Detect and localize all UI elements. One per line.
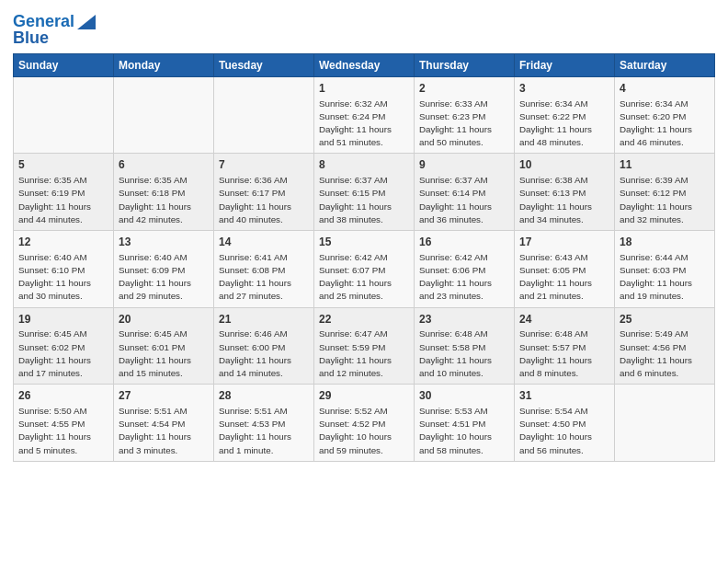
day-info: Sunrise: 5:51 AM Sunset: 4:54 PM Dayligh… [119, 405, 209, 457]
calendar-cell: 22Sunrise: 6:47 AM Sunset: 5:59 PM Dayli… [314, 307, 415, 385]
day-number: 5 [18, 157, 108, 173]
calendar-cell: 31Sunrise: 5:54 AM Sunset: 4:50 PM Dayli… [515, 385, 615, 462]
calendar-cell: 9Sunrise: 6:37 AM Sunset: 6:14 PM Daylig… [415, 154, 515, 231]
day-number: 12 [18, 235, 108, 250]
calendar-cell: 13Sunrise: 6:40 AM Sunset: 6:09 PM Dayli… [114, 231, 214, 308]
weekday-header: Saturday [615, 53, 715, 76]
calendar-cell: 11Sunrise: 6:39 AM Sunset: 6:12 PM Dayli… [615, 154, 715, 231]
calendar-cell: 5Sunrise: 6:35 AM Sunset: 6:19 PM Daylig… [14, 154, 114, 231]
day-info: Sunrise: 6:43 AM Sunset: 6:05 PM Dayligh… [519, 251, 609, 304]
calendar-cell: 16Sunrise: 6:42 AM Sunset: 6:06 PM Dayli… [415, 231, 515, 308]
calendar-cell: 3Sunrise: 6:34 AM Sunset: 6:22 PM Daylig… [515, 76, 615, 154]
day-number: 14 [219, 235, 309, 250]
day-number: 18 [620, 235, 710, 250]
calendar-cell [14, 76, 114, 154]
calendar-row: 1Sunrise: 6:32 AM Sunset: 6:24 PM Daylig… [14, 76, 715, 154]
calendar-cell: 20Sunrise: 6:45 AM Sunset: 6:01 PM Dayli… [114, 307, 214, 385]
day-info: Sunrise: 5:51 AM Sunset: 4:53 PM Dayligh… [219, 405, 309, 457]
day-number: 31 [519, 388, 609, 404]
calendar-header: SundayMondayTuesdayWednesdayThursdayFrid… [14, 53, 715, 76]
calendar-cell: 29Sunrise: 5:52 AM Sunset: 4:52 PM Dayli… [314, 385, 415, 462]
calendar-cell: 21Sunrise: 6:46 AM Sunset: 6:00 PM Dayli… [214, 307, 314, 385]
weekday-header: Friday [515, 53, 615, 76]
calendar-cell [214, 76, 314, 154]
day-info: Sunrise: 6:38 AM Sunset: 6:13 PM Dayligh… [519, 174, 609, 226]
day-number: 8 [319, 157, 409, 173]
logo-icon [75, 11, 96, 31]
calendar-cell: 15Sunrise: 6:42 AM Sunset: 6:07 PM Dayli… [314, 231, 415, 308]
day-number: 3 [519, 81, 609, 97]
day-info: Sunrise: 6:37 AM Sunset: 6:14 PM Dayligh… [419, 174, 509, 226]
day-number: 25 [620, 312, 710, 327]
day-number: 4 [620, 81, 710, 97]
day-info: Sunrise: 6:48 AM Sunset: 5:57 PM Dayligh… [519, 327, 609, 380]
day-info: Sunrise: 6:44 AM Sunset: 6:03 PM Dayligh… [620, 251, 710, 304]
calendar-cell: 23Sunrise: 6:48 AM Sunset: 5:58 PM Dayli… [415, 307, 515, 385]
calendar-cell: 24Sunrise: 6:48 AM Sunset: 5:57 PM Dayli… [515, 307, 615, 385]
calendar-cell: 26Sunrise: 5:50 AM Sunset: 4:55 PM Dayli… [14, 385, 114, 462]
calendar-cell: 8Sunrise: 6:37 AM Sunset: 6:15 PM Daylig… [314, 154, 415, 231]
day-number: 17 [519, 235, 609, 250]
day-info: Sunrise: 6:34 AM Sunset: 6:22 PM Dayligh… [519, 98, 609, 150]
day-number: 28 [219, 388, 309, 404]
day-info: Sunrise: 5:50 AM Sunset: 4:55 PM Dayligh… [18, 405, 108, 457]
day-number: 20 [119, 312, 209, 327]
calendar-row: 5Sunrise: 6:35 AM Sunset: 6:19 PM Daylig… [14, 154, 715, 231]
day-number: 15 [319, 235, 409, 250]
weekday-header: Wednesday [314, 53, 415, 76]
day-info: Sunrise: 5:49 AM Sunset: 4:56 PM Dayligh… [620, 327, 710, 380]
day-info: Sunrise: 6:42 AM Sunset: 6:06 PM Dayligh… [419, 251, 509, 304]
day-info: Sunrise: 6:42 AM Sunset: 6:07 PM Dayligh… [319, 251, 409, 304]
day-number: 9 [419, 157, 509, 173]
day-number: 2 [419, 81, 509, 97]
day-number: 22 [319, 312, 409, 327]
day-number: 10 [519, 157, 609, 173]
calendar-cell: 28Sunrise: 5:51 AM Sunset: 4:53 PM Dayli… [214, 385, 314, 462]
day-info: Sunrise: 6:37 AM Sunset: 6:15 PM Dayligh… [319, 174, 409, 226]
calendar-row: 26Sunrise: 5:50 AM Sunset: 4:55 PM Dayli… [14, 385, 715, 462]
calendar-cell: 14Sunrise: 6:41 AM Sunset: 6:08 PM Dayli… [214, 231, 314, 308]
day-number: 11 [620, 157, 710, 173]
calendar-cell: 25Sunrise: 5:49 AM Sunset: 4:56 PM Dayli… [615, 307, 715, 385]
day-info: Sunrise: 6:47 AM Sunset: 5:59 PM Dayligh… [319, 327, 409, 380]
weekday-header: Monday [114, 53, 214, 76]
day-number: 29 [319, 388, 409, 404]
calendar-cell [114, 76, 214, 154]
day-info: Sunrise: 6:45 AM Sunset: 6:01 PM Dayligh… [119, 327, 209, 380]
day-info: Sunrise: 6:45 AM Sunset: 6:02 PM Dayligh… [18, 327, 108, 380]
calendar-cell: 10Sunrise: 6:38 AM Sunset: 6:13 PM Dayli… [515, 154, 615, 231]
svg-marker-0 [77, 15, 96, 29]
day-info: Sunrise: 5:52 AM Sunset: 4:52 PM Dayligh… [319, 405, 409, 457]
day-info: Sunrise: 6:41 AM Sunset: 6:08 PM Dayligh… [219, 251, 309, 304]
day-info: Sunrise: 6:36 AM Sunset: 6:17 PM Dayligh… [219, 174, 309, 226]
calendar-cell: 19Sunrise: 6:45 AM Sunset: 6:02 PM Dayli… [14, 307, 114, 385]
day-number: 30 [419, 388, 509, 404]
calendar-cell: 2Sunrise: 6:33 AM Sunset: 6:23 PM Daylig… [415, 76, 515, 154]
calendar-row: 19Sunrise: 6:45 AM Sunset: 6:02 PM Dayli… [14, 307, 715, 385]
calendar-cell: 27Sunrise: 5:51 AM Sunset: 4:54 PM Dayli… [114, 385, 214, 462]
day-number: 19 [18, 312, 108, 327]
day-info: Sunrise: 6:39 AM Sunset: 6:12 PM Dayligh… [620, 174, 710, 226]
calendar-cell: 4Sunrise: 6:34 AM Sunset: 6:20 PM Daylig… [615, 76, 715, 154]
day-number: 26 [18, 388, 108, 404]
day-info: Sunrise: 6:33 AM Sunset: 6:23 PM Dayligh… [419, 98, 509, 150]
day-info: Sunrise: 6:40 AM Sunset: 6:09 PM Dayligh… [119, 251, 209, 304]
day-info: Sunrise: 5:54 AM Sunset: 4:50 PM Dayligh… [519, 405, 609, 457]
calendar: SundayMondayTuesdayWednesdayThursdayFrid… [13, 53, 715, 462]
weekday-header: Tuesday [214, 53, 314, 76]
calendar-cell: 1Sunrise: 6:32 AM Sunset: 6:24 PM Daylig… [314, 76, 415, 154]
calendar-cell: 12Sunrise: 6:40 AM Sunset: 6:10 PM Dayli… [14, 231, 114, 308]
day-info: Sunrise: 6:32 AM Sunset: 6:24 PM Dayligh… [319, 98, 409, 150]
day-number: 23 [419, 312, 509, 327]
calendar-cell: 17Sunrise: 6:43 AM Sunset: 6:05 PM Dayli… [515, 231, 615, 308]
day-info: Sunrise: 6:48 AM Sunset: 5:58 PM Dayligh… [419, 327, 509, 380]
day-info: Sunrise: 6:34 AM Sunset: 6:20 PM Dayligh… [620, 98, 710, 150]
logo-text2: Blue [13, 29, 49, 48]
day-number: 16 [419, 235, 509, 250]
calendar-row: 12Sunrise: 6:40 AM Sunset: 6:10 PM Dayli… [14, 231, 715, 308]
day-info: Sunrise: 6:40 AM Sunset: 6:10 PM Dayligh… [18, 251, 108, 304]
day-number: 21 [219, 312, 309, 327]
day-info: Sunrise: 6:35 AM Sunset: 6:18 PM Dayligh… [119, 174, 209, 226]
day-info: Sunrise: 6:35 AM Sunset: 6:19 PM Dayligh… [18, 174, 108, 226]
day-number: 7 [219, 157, 309, 173]
